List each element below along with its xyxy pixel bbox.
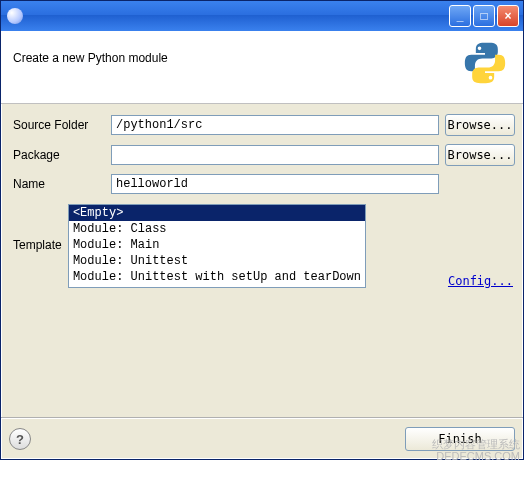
banner-title: Create a new Python module: [13, 51, 168, 65]
form-area: Source Folder Browse... Package Browse..…: [1, 104, 523, 415]
package-label: Package: [9, 148, 105, 162]
package-input[interactable]: [111, 145, 439, 165]
title-bar[interactable]: _ □ ×: [1, 1, 523, 31]
button-bar: ? Finish: [1, 421, 523, 459]
source-folder-label: Source Folder: [9, 118, 105, 132]
source-folder-row: Source Folder Browse...: [9, 114, 515, 136]
finish-button[interactable]: Finish: [405, 427, 515, 451]
template-item-unittest[interactable]: Module: Unittest: [69, 253, 365, 269]
template-config-link[interactable]: Config...: [448, 274, 513, 288]
eclipse-icon: [7, 8, 23, 24]
template-item-empty[interactable]: <Empty>: [69, 205, 365, 221]
minimize-button[interactable]: _: [449, 5, 471, 27]
package-browse-button[interactable]: Browse...: [445, 144, 515, 166]
help-button[interactable]: ?: [9, 428, 31, 450]
template-listbox[interactable]: <Empty> Module: Class Module: Main Modul…: [68, 204, 366, 288]
name-row: Name: [9, 174, 515, 194]
name-input[interactable]: [111, 174, 439, 194]
template-item-class[interactable]: Module: Class: [69, 221, 365, 237]
name-label: Name: [9, 177, 105, 191]
window-controls: _ □ ×: [449, 5, 519, 27]
package-row: Package Browse...: [9, 144, 515, 166]
template-label: Template: [9, 204, 62, 252]
python-logo-icon: [463, 41, 507, 85]
template-listbox-wrap: <Empty> Module: Class Module: Main Modul…: [68, 204, 366, 288]
close-button[interactable]: ×: [497, 5, 519, 27]
banner: Create a new Python module: [1, 31, 523, 104]
template-row: Template <Empty> Module: Class Module: M…: [9, 204, 515, 288]
source-folder-input[interactable]: [111, 115, 439, 135]
separator: [1, 417, 523, 419]
template-item-unittest-setup[interactable]: Module: Unittest with setUp and tearDown: [69, 269, 365, 285]
template-item-main[interactable]: Module: Main: [69, 237, 365, 253]
dialog-window: _ □ × Create a new Python module Source …: [0, 0, 524, 460]
maximize-button[interactable]: □: [473, 5, 495, 27]
source-folder-browse-button[interactable]: Browse...: [445, 114, 515, 136]
